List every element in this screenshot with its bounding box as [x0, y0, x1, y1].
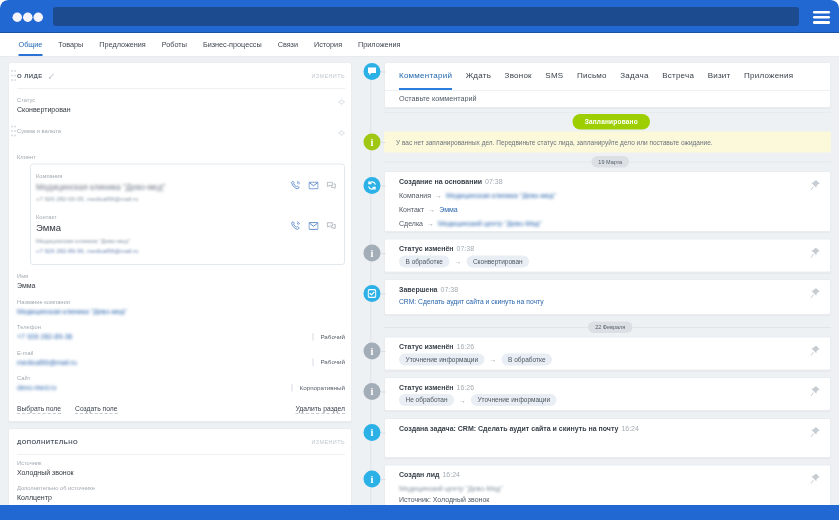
delete-section-link[interactable]: Удалить раздел: [296, 405, 345, 415]
company-name-link[interactable]: Медицинская клиника "Дево-мед": [36, 182, 281, 193]
timeline: Комментарий Ждать Звонок SMS Письмо Зада…: [355, 62, 831, 520]
field-value-link[interactable]: +7 926 282-89-36: [17, 332, 345, 342]
create-field-link[interactable]: Создать поле: [75, 405, 117, 415]
contact-name[interactable]: Эмма: [36, 222, 281, 234]
drag-handle-icon[interactable]: [11, 125, 16, 137]
composer-tab-prilozheniya[interactable]: Приложения: [744, 63, 793, 90]
composer-card: Комментарий Ждать Звонок SMS Письмо Зада…: [384, 62, 831, 108]
info-icon: i: [364, 471, 381, 488]
email-icon[interactable]: [309, 182, 319, 190]
entry-deal-link[interactable]: Медицинский центр "Дево-Мед": [438, 219, 542, 227]
call-icon[interactable]: [291, 181, 301, 191]
drag-handle-icon[interactable]: [11, 70, 16, 82]
entry-time: 07:38: [457, 245, 475, 253]
field-label: E-mail: [17, 349, 345, 356]
planned-button[interactable]: Запланировано: [573, 114, 650, 130]
composer-tab-kommentariy[interactable]: Комментарий: [399, 63, 452, 90]
field-label: Контакт: [36, 213, 281, 220]
pin-icon[interactable]: [810, 287, 821, 299]
field-label: Телефон: [17, 324, 345, 331]
phone-type-tag: Рабочий: [312, 333, 345, 341]
entry-time: 16:24: [442, 471, 460, 479]
composer-tab-vstrecha[interactable]: Встреча: [662, 63, 694, 90]
edit-section-button[interactable]: ИЗМЕНИТЬ: [311, 73, 345, 79]
window-dot-icon[interactable]: [34, 13, 44, 23]
entry-time: 07:38: [485, 177, 503, 185]
tab-istoriya[interactable]: История: [314, 33, 342, 56]
call-icon[interactable]: [291, 221, 301, 231]
entry-title: Завершена07:38: [399, 285, 796, 293]
tab-roboty[interactable]: Роботы: [162, 33, 187, 56]
entry-time: 16:26: [457, 383, 475, 391]
edit-pencil-icon[interactable]: [49, 72, 56, 79]
pin-icon[interactable]: [810, 179, 821, 191]
site-type-tag: Корпоративный: [292, 384, 345, 392]
pin-icon[interactable]: [810, 345, 821, 357]
field-value-link[interactable]: Медицинская клиника "Дево-мед": [17, 307, 345, 317]
entry-company-link[interactable]: Медицинская клиника "Дево-мед": [446, 191, 556, 199]
pin-icon[interactable]: [810, 426, 821, 438]
tab-tovary[interactable]: Товары: [58, 33, 83, 56]
entry-time: 16:26: [457, 343, 475, 351]
composer-tab-zvonok[interactable]: Звонок: [505, 63, 532, 90]
field-label: Имя: [17, 273, 345, 280]
composer-tab-zadacha[interactable]: Задача: [620, 63, 648, 90]
pin-icon[interactable]: [810, 385, 821, 397]
field-label: Клиент: [17, 154, 345, 161]
client-block: Клиент Компания Медицинская клиника "Дев…: [17, 154, 345, 266]
field-site: Сайт devo-med.ru Корпоративный: [17, 375, 345, 393]
company-contacts[interactable]: +7 926 282-00-35, medical56@mail.ru: [36, 195, 281, 203]
status-chip-to: Уточнение информации: [471, 394, 557, 406]
contact-contacts[interactable]: +7 926 282-89-36, medical56@mail.ru: [36, 247, 281, 255]
content-area: О ЛИДЕ ИЗМЕНИТЬ Статус Сконвертирован: [0, 57, 839, 520]
select-field-link[interactable]: Выбрать поле: [17, 405, 61, 415]
entry-card: Статус изменён07:38 В обработке → Сконве…: [384, 239, 831, 273]
field-links-row: Выбрать поле Создать поле Удалить раздел: [17, 405, 345, 415]
gear-icon[interactable]: [338, 130, 345, 137]
composer-tab-vizit[interactable]: Визит: [708, 63, 731, 90]
status-chip-to: Сконвертирован: [466, 256, 529, 268]
date-separator-row: 19 Марта: [384, 156, 831, 168]
timeline-composer: Комментарий Ждать Звонок SMS Письмо Зада…: [384, 62, 831, 108]
tab-predlozheniya[interactable]: Предложения: [99, 33, 145, 56]
tab-svyazi[interactable]: Связи: [278, 33, 298, 56]
composer-tab-zhdat[interactable]: Ждать: [466, 63, 491, 90]
pin-icon[interactable]: [810, 247, 821, 259]
tab-biznes-processy[interactable]: Бизнес-процессы: [203, 33, 262, 56]
field-label: Дополнительно об источнике: [17, 485, 345, 492]
composer-tab-sms[interactable]: SMS: [545, 63, 563, 90]
composer-tab-pismo[interactable]: Письмо: [577, 63, 607, 90]
field-name: Имя Эмма: [17, 273, 345, 291]
tab-obshchie[interactable]: Общие: [19, 33, 43, 56]
info-icon: i: [364, 424, 381, 441]
field-company-name: Название компании Медицинская клиника "Д…: [17, 298, 345, 316]
task-link[interactable]: CRM: Сделать аудит сайта и скинуть на по…: [399, 298, 544, 306]
client-contact-row: Контакт Эмма Медицинская клиника "Дево-м…: [36, 213, 336, 255]
date-separator: 19 Марта: [591, 156, 629, 168]
status-chip-from: Уточнение информации: [399, 354, 485, 366]
status-chips: Не обработан → Уточнение информации: [399, 394, 796, 406]
window-dot-icon[interactable]: [23, 13, 33, 23]
window-controls[interactable]: [13, 13, 45, 23]
field-source: Источник Холодный звонок: [17, 459, 345, 477]
hamburger-menu-icon[interactable]: [813, 11, 830, 24]
email-icon[interactable]: [309, 222, 319, 230]
field-value-link[interactable]: medical56@mail.ru: [17, 358, 345, 368]
comment-input[interactable]: [385, 91, 830, 107]
field-label: Сайт: [17, 375, 345, 382]
timeline-entry-creation: Создание на основании07:38 Компания→Меди…: [384, 171, 831, 232]
entry-contact-link[interactable]: Эмма: [439, 205, 457, 213]
entry-card: Завершена07:38 CRM: Сделать аудит сайта …: [384, 279, 831, 315]
client-box: Компания Медицинская клиника "Дево-мед" …: [30, 164, 345, 266]
address-bar[interactable]: [53, 7, 799, 26]
entry-title: Создание на основании07:38: [399, 177, 796, 185]
details-card: ДОПОЛНИТЕЛЬНО ИЗМЕНИТЬ Источник Холодный…: [8, 428, 352, 511]
chat-icon[interactable]: [327, 182, 337, 190]
window-dot-icon[interactable]: [13, 13, 23, 23]
chat-icon[interactable]: [327, 222, 337, 230]
gear-icon[interactable]: [338, 99, 345, 106]
tab-prilozheniya[interactable]: Приложения: [358, 33, 400, 56]
pin-icon[interactable]: [810, 473, 821, 485]
entry-row-contact: Контакт→Эмма: [399, 205, 796, 213]
edit-section-button[interactable]: ИЗМЕНИТЬ: [311, 439, 345, 445]
